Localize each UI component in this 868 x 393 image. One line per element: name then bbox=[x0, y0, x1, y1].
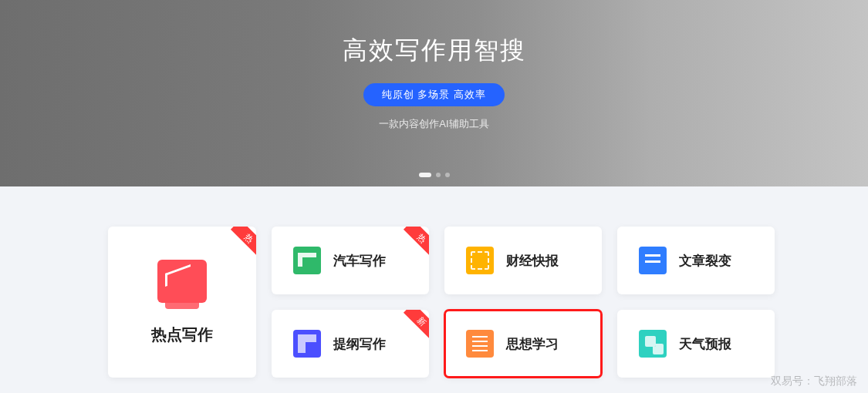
ribbon-hot: 热 bbox=[404, 227, 429, 257]
tiles-icon bbox=[639, 330, 667, 358]
card-outline-writing[interactable]: 新 提纲写作 bbox=[272, 310, 429, 378]
card-label: 热点写作 bbox=[151, 324, 213, 345]
ribbon-hot: 热 bbox=[231, 227, 256, 257]
hero-subtitle: 一款内容创作AI辅助工具 bbox=[379, 117, 488, 131]
hero-banner: 高效写作用智搜 纯原创 多场景 高效率 一款内容创作AI辅助工具 bbox=[0, 0, 868, 186]
card-label: 汽车写作 bbox=[333, 252, 386, 270]
card-weather-forecast[interactable]: 天气预报 bbox=[617, 310, 775, 378]
ribbon-new: 新 bbox=[404, 310, 429, 340]
card-label: 提纲写作 bbox=[333, 335, 386, 353]
carousel-dot-active[interactable] bbox=[419, 173, 431, 177]
chart-monitor-icon bbox=[157, 260, 207, 303]
card-label: 文章裂变 bbox=[679, 252, 731, 270]
hero-tagline-pill: 纯原创 多场景 高效率 bbox=[363, 83, 505, 106]
card-hot-writing[interactable]: 热 热点写作 bbox=[108, 227, 256, 378]
hero-title: 高效写作用智搜 bbox=[343, 34, 526, 68]
card-auto-writing[interactable]: 热 汽车写作 bbox=[272, 227, 429, 294]
book-icon bbox=[293, 247, 321, 274]
newspaper-icon bbox=[466, 247, 494, 274]
watermark-text: 双易号：飞翔部落 bbox=[771, 375, 857, 388]
document-icon bbox=[639, 247, 667, 274]
feature-grid: 热 热点写作 热 汽车写作 财经快报 文章裂变 新 提纲写作 思想学习 bbox=[108, 227, 775, 378]
card-label: 天气预报 bbox=[679, 335, 731, 353]
card-article-split[interactable]: 文章裂变 bbox=[617, 227, 775, 294]
card-label: 思想学习 bbox=[506, 335, 559, 353]
card-finance-news[interactable]: 财经快报 bbox=[444, 227, 602, 294]
small-card-grid: 热 汽车写作 财经快报 文章裂变 新 提纲写作 思想学习 天气预报 bbox=[272, 227, 775, 378]
carousel-dots[interactable] bbox=[419, 173, 450, 177]
card-thought-study[interactable]: 思想学习 bbox=[444, 310, 602, 378]
notebook-icon bbox=[466, 330, 494, 358]
grid-icon bbox=[293, 330, 321, 358]
carousel-dot[interactable] bbox=[436, 173, 441, 177]
card-label: 财经快报 bbox=[506, 252, 559, 270]
carousel-dot[interactable] bbox=[445, 173, 450, 177]
